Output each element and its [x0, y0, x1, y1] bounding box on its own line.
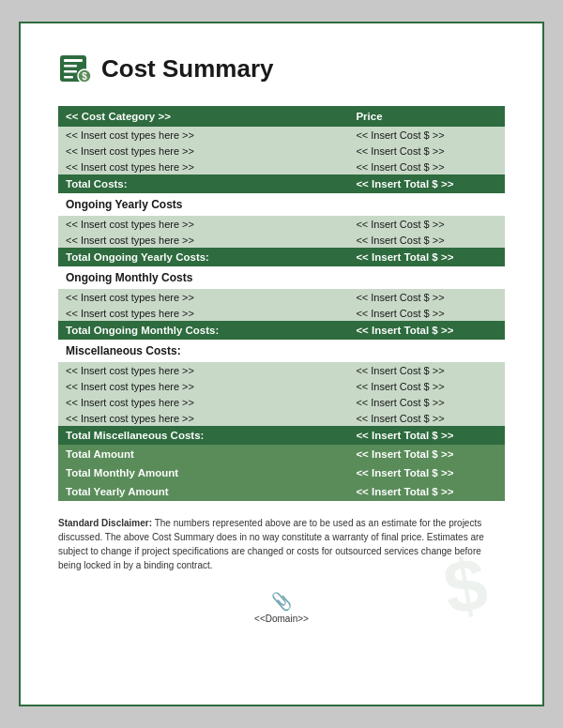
cost-type-label: << Insert cost types here >>: [58, 305, 348, 321]
cost-type-label: << Insert cost types here >>: [58, 289, 348, 305]
cost-summary-icon: $: [58, 52, 92, 85]
summary-label: Total Monthly Amount: [58, 463, 348, 482]
cost-type-label: << Insert cost types here >>: [58, 362, 348, 378]
summary-label: Total Yearly Amount: [58, 482, 348, 501]
table-row: << Insert cost types here >> << Insert C…: [58, 394, 505, 410]
total-value: << Insert Total $ >>: [348, 321, 505, 340]
cost-type-label: << Insert cost types here >>: [58, 410, 348, 426]
summary-value: << Insert Total $ >>: [348, 463, 505, 482]
section-label: Miscellaneous Costs:: [58, 340, 505, 362]
table-row: << Insert cost types here >> << Insert C…: [58, 159, 505, 174]
section-label-row: Ongoing Monthly Costs: [58, 266, 505, 289]
cost-price-value: << Insert Cost $ >>: [348, 378, 505, 394]
table-row: << Insert cost types here >> << Insert C…: [58, 143, 505, 159]
cost-price-value: << Insert Cost $ >>: [348, 305, 505, 321]
table-header-row: << Cost Category >> Price: [58, 106, 505, 127]
svg-rect-1: [64, 59, 83, 62]
disclaimer-section: Standard Disclaimer: The numbers represe…: [58, 516, 505, 572]
cost-price-value: << Insert Cost $ >>: [348, 127, 505, 143]
cost-type-label: << Insert cost types here >>: [58, 378, 348, 394]
table-row: << Insert cost types here >> << Insert C…: [58, 127, 505, 143]
total-label: Total Ongoing Yearly Costs:: [58, 248, 348, 266]
cost-type-label: << Insert cost types here >>: [58, 127, 348, 143]
cost-table: << Cost Category >> Price << Insert cost…: [58, 106, 505, 501]
svg-rect-4: [64, 76, 73, 79]
total-label: Total Costs:: [58, 174, 348, 193]
table-row: << Insert cost types here >> << Insert C…: [58, 410, 505, 426]
total-row: Total Ongoing Yearly Costs: << Insert To…: [58, 248, 505, 266]
cost-type-label: << Insert cost types here >>: [58, 216, 348, 232]
summary-value: << Insert Total $ >>: [348, 482, 505, 501]
cost-price-value: << Insert Cost $ >>: [348, 143, 505, 159]
cost-type-label: << Insert cost types here >>: [58, 159, 348, 174]
cost-price-value: << Insert Cost $ >>: [348, 394, 505, 410]
section-label: Ongoing Monthly Costs: [58, 266, 505, 289]
section-label-row: Ongoing Yearly Costs: [58, 193, 505, 216]
domain-label: <<Domain>>: [254, 614, 309, 624]
total-label: Total Miscellaneous Costs:: [58, 426, 348, 445]
svg-text:$: $: [82, 71, 87, 82]
cost-type-label: << Insert cost types here >>: [58, 394, 348, 410]
cost-price-value: << Insert Cost $ >>: [348, 362, 505, 378]
table-row: << Insert cost types here >> << Insert C…: [58, 232, 505, 248]
summary-row: Total Yearly Amount << Insert Total $ >>: [58, 482, 505, 501]
summary-label: Total Amount: [58, 445, 348, 463]
page-header: $ Cost Summary: [58, 52, 505, 85]
total-row: Total Costs: << Insert Total $ >>: [58, 174, 505, 193]
total-label: Total Ongoing Monthly Costs:: [58, 321, 348, 340]
table-row: << Insert cost types here >> << Insert C…: [58, 305, 505, 321]
svg-rect-2: [64, 65, 77, 68]
header-category: << Cost Category >>: [58, 106, 348, 127]
section-label-row: Miscellaneous Costs:: [58, 340, 505, 362]
page-container: $ Cost Summary << Cost Category >> Price…: [19, 22, 544, 706]
total-value: << Insert Total $ >>: [348, 174, 505, 193]
total-value: << Insert Total $ >>: [348, 248, 505, 266]
svg-rect-3: [64, 70, 77, 73]
cost-type-label: << Insert cost types here >>: [58, 143, 348, 159]
cost-price-value: << Insert Cost $ >>: [348, 216, 505, 232]
cost-price-value: << Insert Cost $ >>: [348, 289, 505, 305]
table-row: << Insert cost types here >> << Insert C…: [58, 289, 505, 305]
cost-price-value: << Insert Cost $ >>: [348, 159, 505, 174]
summary-row: Total Amount << Insert Total $ >>: [58, 445, 505, 463]
domain-icon: 📎: [58, 591, 505, 612]
disclaimer-label: Standard Disclaimer:: [58, 518, 152, 528]
table-row: << Insert cost types here >> << Insert C…: [58, 362, 505, 378]
table-row: << Insert cost types here >> << Insert C…: [58, 216, 505, 232]
header-price: Price: [348, 106, 505, 127]
summary-row: Total Monthly Amount << Insert Total $ >…: [58, 463, 505, 482]
cost-price-value: << Insert Cost $ >>: [348, 410, 505, 426]
page-footer: 📎 <<Domain>>: [58, 591, 505, 624]
section-label: Ongoing Yearly Costs: [58, 193, 505, 216]
summary-value: << Insert Total $ >>: [348, 445, 505, 463]
table-row: << Insert cost types here >> << Insert C…: [58, 378, 505, 394]
total-row: Total Miscellaneous Costs: << Insert Tot…: [58, 426, 505, 445]
cost-type-label: << Insert cost types here >>: [58, 232, 348, 248]
cost-price-value: << Insert Cost $ >>: [348, 232, 505, 248]
total-value: << Insert Total $ >>: [348, 426, 505, 445]
total-row: Total Ongoing Monthly Costs: << Insert T…: [58, 321, 505, 340]
page-title: Cost Summary: [101, 54, 274, 83]
